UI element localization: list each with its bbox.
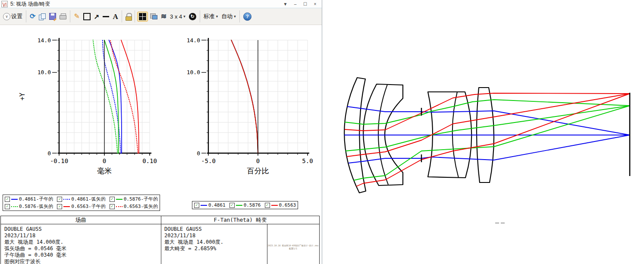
rectangle-icon xyxy=(83,13,91,20)
legend-line-sample xyxy=(116,206,123,207)
window-menu-button[interactable]: ▼ xyxy=(282,2,289,6)
plot: 14.010.00-5.005.0百分比 xyxy=(187,37,313,176)
table-body: DOUBLE GAUSS2023/11/18最大 视场是 14.000度.弧矢场… xyxy=(1,224,319,264)
copy-icon xyxy=(39,13,46,20)
checkbox-checked-icon[interactable]: ✓ xyxy=(57,197,62,202)
table-line: 最大 视场是 14.000度. xyxy=(4,239,66,245)
toolbar-separator xyxy=(26,10,26,22)
y-tick-label: 0 xyxy=(197,150,200,157)
file-footnote: 2023.10.16 双高斯10-K9项目广角设计-设计.zmx配置1/1 xyxy=(267,244,319,250)
legend-line-sample xyxy=(63,199,70,200)
x-tick-label: 0.10 xyxy=(142,157,157,164)
arrow-tool-button[interactable]: ↗ xyxy=(93,13,101,21)
toolbar: ∨ 设置 ⟳ ✎ ↗ A ≋ 3 x 4 ▾ ↻ xyxy=(0,8,322,25)
curve-0.4861 xyxy=(231,40,258,153)
table-line: 子午场曲 = 0.0340 毫米 xyxy=(4,252,66,258)
legend-label: 0.6563-弧矢的 xyxy=(124,203,158,210)
table-header-distortion: F-Tan(Theta) 畸变 xyxy=(161,216,319,224)
legend-item: ✓0.6563 xyxy=(265,202,296,208)
legend-item: ✓0.6563-子午的 xyxy=(57,203,105,210)
checkbox-checked-icon[interactable]: ✓ xyxy=(57,204,62,209)
table-line: 最大畸变 = 2.6859% xyxy=(164,245,223,252)
legend-item: ✓0.4861-弧矢的 xyxy=(57,196,105,202)
ray-trace xyxy=(349,135,630,163)
legend-label: 0.6563-子午的 xyxy=(71,203,105,210)
legend-line-sample xyxy=(116,199,123,200)
settings-button[interactable]: ∨ 设置 xyxy=(2,12,24,21)
plot: 14.010.00-0.1000.10毫米+Y xyxy=(19,37,157,176)
help-button[interactable]: ? xyxy=(242,12,253,22)
table-line: 弧矢场曲 = 0.0546 毫米 xyxy=(4,245,66,252)
standard-label: 标准 xyxy=(204,13,215,20)
save-icon xyxy=(49,13,56,20)
chevron-down-icon: ▾ xyxy=(216,14,218,19)
x-axis-title: 毫米 xyxy=(97,167,112,175)
field-curvature-summary: DOUBLE GAUSS2023/11/18最大 视场是 14.000度.弧矢场… xyxy=(4,226,66,264)
grid-size-label: 3 x 4 xyxy=(170,13,182,20)
legend-label: 0.4861-子午的 xyxy=(19,196,53,202)
auto-dropdown[interactable]: 自动 ▾ xyxy=(220,12,237,21)
table-line: DOUBLE GAUSS xyxy=(164,226,223,233)
toolbar-separator xyxy=(70,10,70,22)
x-tick-label: -5.0 xyxy=(201,157,216,164)
x-tick-label: 0 xyxy=(103,157,106,164)
layers-icon: ≋ xyxy=(161,13,166,20)
table-line: 2023.10.16 双高斯10-K9项目广角设计-设计.zmx xyxy=(267,244,319,247)
ray-trace xyxy=(347,107,630,135)
chevron-down-icon: ▾ xyxy=(234,14,236,19)
toolbar-separator xyxy=(122,10,122,22)
pencil-icon: ✎ xyxy=(74,13,79,20)
grid-size-dropdown[interactable]: 3 x 4 ▾ xyxy=(169,13,187,21)
pencil-tool-button[interactable]: ✎ xyxy=(72,12,81,21)
screenshot-root: 5: 视场 场曲/畸变 ▼ – ☐ × ∨ 设置 ⟳ ✎ ↗ A xyxy=(0,0,644,264)
print-icon xyxy=(60,13,66,19)
window-copy-icon xyxy=(150,13,157,19)
grid-view-button[interactable] xyxy=(137,12,148,22)
print-button[interactable] xyxy=(58,13,68,20)
window-title: 5: 视场 场曲/畸变 xyxy=(10,0,50,8)
copy-button[interactable] xyxy=(38,13,47,21)
grid-icon xyxy=(139,13,146,20)
auto-update-button[interactable]: ↻ xyxy=(188,12,198,21)
checkbox-checked-icon[interactable]: ✓ xyxy=(5,197,10,202)
checkbox-checked-icon[interactable]: ✓ xyxy=(265,203,270,208)
checkbox-checked-icon[interactable]: ✓ xyxy=(5,204,10,209)
line-tool-button[interactable] xyxy=(101,15,110,18)
legend-line-sample xyxy=(63,206,70,207)
legend-item: ✓0.5876-子午的 xyxy=(110,196,158,202)
table-divider xyxy=(161,224,161,264)
table-line: 配置1/1 xyxy=(267,247,319,250)
results-table: 场曲 F-Tan(Theta) 畸变 DOUBLE GAUSS2023/11/1… xyxy=(0,216,320,264)
auto-update-icon: ↻ xyxy=(189,13,196,20)
checkbox-checked-icon[interactable]: ✓ xyxy=(110,204,115,209)
clone-window-button[interactable] xyxy=(149,13,159,20)
refresh-button[interactable]: ⟳ xyxy=(28,12,37,21)
table-header-row: 场曲 F-Tan(Theta) 畸变 xyxy=(1,216,319,224)
legend-item: ✓0.4861 xyxy=(194,202,226,208)
close-button[interactable]: × xyxy=(312,2,318,6)
window-controls: ▼ – ☐ × xyxy=(282,2,322,6)
standard-dropdown[interactable]: 标准 ▾ xyxy=(202,12,220,21)
table-line: DOUBLE GAUSS xyxy=(4,226,66,233)
maximize-button[interactable]: ☐ xyxy=(302,2,308,6)
checkbox-checked-icon[interactable]: ✓ xyxy=(229,203,235,208)
legend-line-sample xyxy=(236,205,242,206)
checkbox-checked-icon[interactable]: ✓ xyxy=(110,197,115,202)
analysis-window: 5: 视场 场曲/畸变 ▼ – ☐ × ∨ 设置 ⟳ ✎ ↗ A xyxy=(0,0,322,264)
save-button[interactable] xyxy=(48,12,57,21)
help-icon: ? xyxy=(243,13,251,21)
distortion-summary: DOUBLE GAUSS2023/11/18最大 视场是 14.000度.最大畸… xyxy=(164,226,223,252)
minimize-button[interactable]: – xyxy=(292,2,298,6)
refresh-icon: ⟳ xyxy=(30,13,35,20)
curve-0.4861-子午的 xyxy=(109,40,122,153)
rectangle-tool-button[interactable] xyxy=(82,12,92,21)
layers-button[interactable]: ≋ xyxy=(160,12,168,21)
lock-button[interactable] xyxy=(124,12,132,21)
text-tool-button[interactable]: A xyxy=(111,12,119,21)
table-line: 最大 视场是 14.000度. xyxy=(164,239,223,245)
legend-line-sample xyxy=(201,205,207,206)
legend-label: 0.5876-子午的 xyxy=(124,196,158,202)
curve-0.6563-子午的 xyxy=(121,40,139,153)
checkbox-checked-icon[interactable]: ✓ xyxy=(194,203,199,208)
toolbar-separator xyxy=(200,10,200,22)
